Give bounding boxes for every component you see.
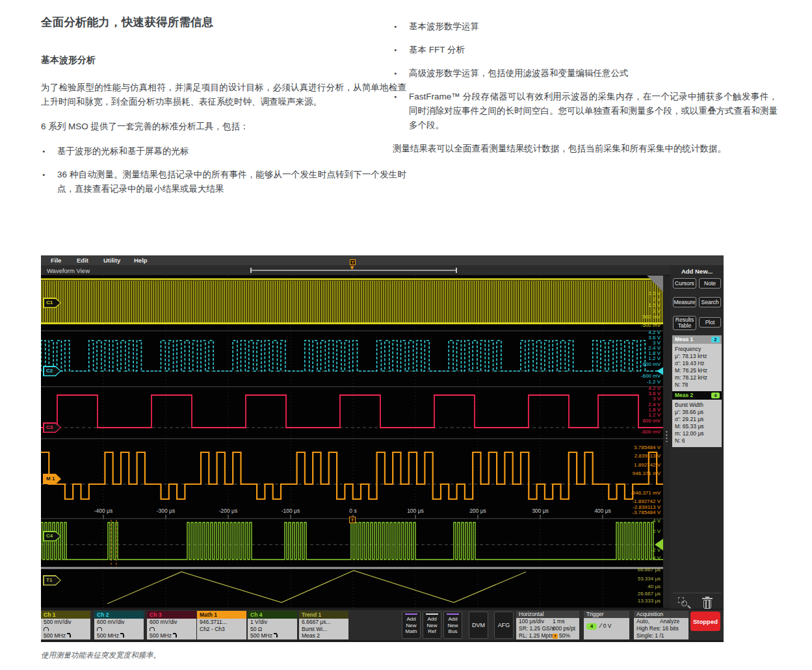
axis-label-ch4: 4 V: [653, 518, 661, 524]
list-item: 基于波形的光标和基于屏幕的光标: [41, 144, 406, 159]
meas2-stat: M: 65.33 μs: [675, 423, 722, 430]
meas1-source-badge: 2: [711, 337, 720, 342]
channel-tag-t1[interactable]: T1: [43, 575, 61, 586]
axis-label-ch4: -4 V: [651, 555, 661, 561]
channel-tag-m1[interactable]: M 1: [43, 474, 61, 484]
splitter-grip-icon[interactable]: [665, 430, 668, 442]
axis-label-ch2: -600 mV: [641, 373, 661, 379]
left-column: 全面分析能力，快速获得所需信息 基本波形分析 为了检验原型的性能与仿真相符，并满…: [41, 14, 406, 205]
axis-label-ch3: 600 mV: [642, 418, 661, 424]
stopped-button[interactable]: Stopped: [690, 612, 720, 631]
time-axis-label: 200 μs: [458, 508, 497, 514]
ch2-badge[interactable]: Ch 2 600 mV/div 500 MHz: [94, 611, 144, 639]
channel-tag-c4[interactable]: C4: [43, 531, 61, 541]
meas1-card[interactable]: Meas 1 2 Frequency μ': 78.13 kHz σ': 19.…: [672, 335, 722, 391]
axis-label-math: 946.371 mV: [633, 470, 661, 476]
probe-icon: [97, 627, 102, 631]
channel-tag-c1[interactable]: C1: [43, 298, 61, 308]
menu-help[interactable]: Help: [134, 257, 148, 264]
math1-badge[interactable]: Math 1 946.3711... Ch2 - Ch3: [197, 611, 246, 639]
meas1-stat: N: 78: [675, 381, 722, 389]
axis-label-ch3: 1.2 V: [648, 412, 661, 418]
dvm-button[interactable]: DVM: [469, 612, 488, 639]
meas1-name: Frequency: [675, 346, 722, 353]
meas1-stat: M: 78.25 kHz: [675, 367, 722, 374]
menu-edit[interactable]: Edit: [77, 257, 88, 264]
results-panel: Add New... Cursors Note Measure Search R…: [670, 265, 724, 609]
horizontal-panel[interactable]: Horizontal 100 μs/div1 ms SR: 1.25 GS/s8…: [516, 611, 579, 639]
menu-file[interactable]: File: [51, 257, 61, 264]
afg-button[interactable]: AFG: [494, 612, 514, 639]
meas2-stat: σ': 29.21 μs: [675, 416, 722, 423]
section-heading: 基本波形分析: [41, 55, 406, 66]
axis-label-trend: 66.667 μs: [638, 567, 661, 573]
meas2-stat: m: 12.00 μs: [675, 430, 722, 437]
time-axis-label: 0 s: [334, 508, 373, 514]
axis-label-ch3: -600 mV: [641, 429, 661, 435]
meas1-stat: σ': 19.43 Hz: [675, 360, 722, 367]
bandwidth-icon: [274, 633, 279, 638]
meas1-stat: μ': 78.13 kHz: [675, 353, 722, 360]
axis-label-math: -946.371 mV: [631, 490, 661, 496]
meas2-stat: N: 6: [675, 437, 722, 445]
list-item: 基本波形数学运算: [393, 19, 778, 34]
axis-label-trend: 40 μs: [648, 584, 661, 589]
paragraph: 为了检验原型的性能与仿真相符，并满足项目的设计目标，必须认真进行分析，从简单地检…: [41, 81, 406, 109]
axis-label-math: 2.839113 V: [635, 453, 661, 459]
ch3-badge[interactable]: Ch 3 600 mV/div 500 MHz: [147, 611, 196, 639]
meas2-stat: μ': 38.66 μs: [675, 409, 722, 416]
axis-label-ch1: -500 mV: [641, 322, 661, 328]
axis-label-ch1: 500 mV: [642, 314, 661, 320]
time-axis-label: 400 μs: [583, 508, 622, 514]
trigger-source-badge: 4: [586, 623, 597, 630]
menu-bar: File Edit Utility Help: [41, 255, 724, 265]
search-button[interactable]: Search: [699, 297, 721, 307]
menu-utility[interactable]: Utility: [103, 257, 120, 264]
axis-label-ch4: 2 V: [653, 528, 661, 534]
page-title: 全面分析能力，快速获得所需信息: [41, 14, 406, 30]
trend1-badge[interactable]: Trend 1 6.6667 μs... Burst Wi... Meas 2: [299, 611, 348, 639]
axis-label-ch2: 1.2 V: [648, 355, 661, 361]
draw-zoom-corner-icon[interactable]: [647, 276, 663, 292]
bandwidth-icon: [67, 633, 72, 638]
ch1-badge[interactable]: Ch 1 500 mV/div 500 MHz: [41, 611, 90, 639]
plot-button[interactable]: Plot: [699, 317, 721, 328]
figure-caption: 使用测量功能表征突发宽度和频率。: [41, 651, 161, 660]
bandwidth-icon: [173, 633, 178, 638]
ch4-badge[interactable]: Ch 4 1 V/div 50 Ω 500 MHz: [248, 611, 297, 639]
axis-label-math: 3.785484 V: [634, 445, 661, 450]
bullet-list: 基本波形数学运算 基本 FFT 分析 高级波形数学运算，包括使用滤波器和变量编辑…: [393, 19, 778, 133]
probe-icon: [44, 627, 49, 631]
paragraph: 6 系列 MSO 提供了一套完善的标准分析工具，包括：: [41, 120, 406, 134]
waveform-plot[interactable]: T 2.5 V2 V1.5 V1 V500 mV-500 mV4.2 V3.6 …: [41, 276, 663, 608]
axis-label-trend: 53.334 μs: [638, 576, 661, 582]
add-new-math-button[interactable]: Add New Math: [402, 612, 421, 639]
add-new-bus-button[interactable]: Add New Bus: [443, 612, 462, 639]
measure-button[interactable]: Measure: [673, 297, 696, 307]
axis-label-math: 1.892742 V: [634, 462, 661, 468]
list-item: 基本 FFT 分析: [393, 43, 778, 57]
axis-label-trend: 26.667 μs: [638, 591, 661, 597]
settings-bar: Ch 1 500 mV/div 500 MHz Ch 2 600 mV/div …: [41, 609, 724, 640]
axis-label-ch2: -1.2 V: [647, 379, 661, 385]
note-button[interactable]: Note: [699, 278, 721, 289]
tab-waveform-view[interactable]: Waveform View: [47, 267, 90, 274]
results-table-button[interactable]: Results Table: [673, 316, 696, 330]
time-axis-label: -200 μs: [209, 508, 248, 514]
axis-label-ch3: 3 V: [653, 396, 661, 402]
channel-tag-c2[interactable]: C2: [43, 366, 61, 376]
bullet-list: 基于波形的光标和基于屏幕的光标 36 种自动测量。测量结果包括记录中的所有事件，…: [41, 144, 406, 196]
time-axis-label: -300 μs: [146, 508, 185, 514]
acquisition-panel[interactable]: Acquisition Auto,Analyze High Res: 16 bi…: [634, 611, 688, 639]
axis-label-math: -3.785484 V: [632, 509, 661, 515]
trigger-panel[interactable]: Trigger 4∕0 V: [584, 611, 629, 639]
channel-tag-c3[interactable]: C3: [43, 422, 61, 433]
meas2-card[interactable]: Meas 2 4 Burst Width μ': 38.66 μs σ': 29…: [672, 391, 722, 447]
meas1-title: Meas 1: [675, 336, 693, 342]
panel-splitter[interactable]: [663, 276, 670, 608]
axis-label-trend: 13.333 μs: [638, 598, 661, 604]
axis-label-ch1: 1.5 V: [648, 302, 661, 308]
bandwidth-icon: [120, 633, 125, 638]
add-new-ref-button[interactable]: Add New Ref: [423, 612, 441, 639]
cursors-button[interactable]: Cursors: [673, 278, 696, 289]
